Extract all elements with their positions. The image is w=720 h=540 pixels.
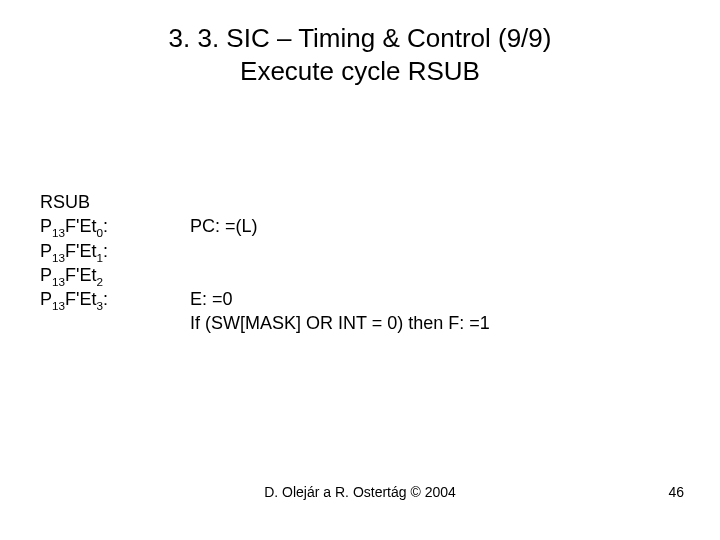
timing-action — [190, 263, 490, 287]
timing-action: E: =0 — [190, 287, 490, 311]
footer-author: D. Olejár a R. Ostertág © 2004 — [0, 484, 720, 500]
timing-row: P13F'Et0: PC: =(L) — [40, 214, 490, 238]
slide-body: RSUB P13F'Et0: PC: =(L) P13F'Et1: P13F'E… — [40, 190, 490, 336]
instruction-name: RSUB — [40, 190, 490, 214]
timing-label: P13F'Et2 — [40, 263, 190, 287]
timing-label: P13F'Et0: — [40, 214, 190, 238]
timing-row: P13F'Et2 — [40, 263, 490, 287]
title-line-2: Execute cycle RSUB — [240, 56, 480, 86]
title-line-1: 3. 3. SIC – Timing & Control (9/9) — [169, 23, 552, 53]
timing-row: P13F'Et1: — [40, 239, 490, 263]
slide: 3. 3. SIC – Timing & Control (9/9) Execu… — [0, 0, 720, 540]
timing-row: P13F'Et3: E: =0 — [40, 287, 490, 311]
timing-action — [190, 239, 490, 263]
page-number: 46 — [668, 484, 684, 500]
timing-label: P13F'Et1: — [40, 239, 190, 263]
timing-row: If (SW[MASK] OR INT = 0) then F: =1 — [40, 311, 490, 335]
slide-title: 3. 3. SIC – Timing & Control (9/9) Execu… — [0, 0, 720, 87]
timing-label — [40, 311, 190, 335]
timing-action: PC: =(L) — [190, 214, 490, 238]
timing-label: P13F'Et3: — [40, 287, 190, 311]
timing-action: If (SW[MASK] OR INT = 0) then F: =1 — [190, 311, 490, 335]
footer: D. Olejár a R. Ostertág © 2004 46 — [0, 484, 720, 500]
